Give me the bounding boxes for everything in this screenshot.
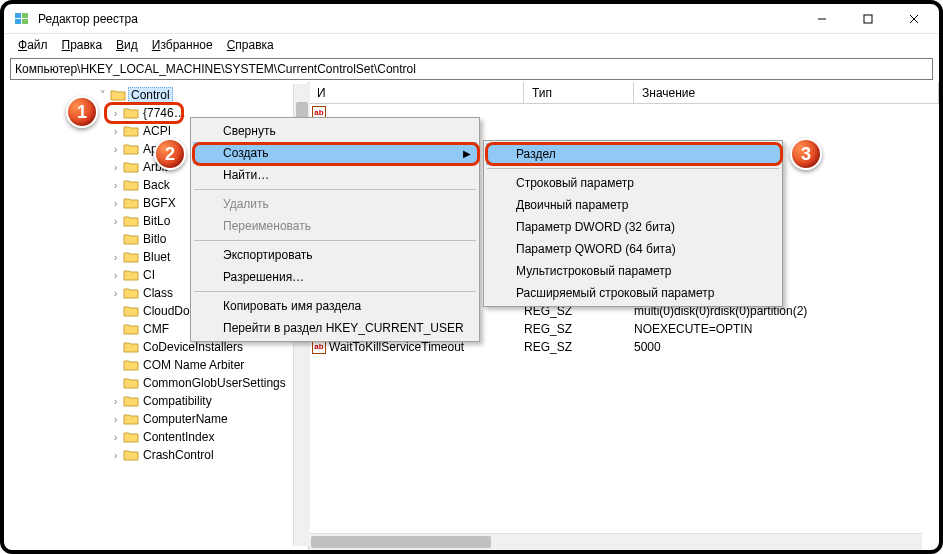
folder-icon (123, 250, 139, 264)
folder-icon (123, 340, 139, 354)
expand-icon[interactable]: ˅ (95, 89, 110, 102)
svg-rect-5 (864, 15, 872, 23)
tree-label: ComputerName (143, 412, 228, 426)
expand-icon[interactable]: › (108, 107, 123, 119)
cell-type: REG_SZ (524, 322, 634, 336)
menu-item-label: Найти… (223, 168, 269, 182)
list-header: И Тип Значение (309, 82, 939, 104)
menu-item[interactable]: Расширяемый строковый параметр (486, 282, 780, 304)
submenu-arrow-icon: ▶ (463, 148, 471, 159)
menu-item-label: Мультистроковый параметр (516, 264, 672, 278)
tree-label: COM Name Arbiter (143, 358, 244, 372)
scrollbar-thumb[interactable] (311, 536, 491, 548)
tree-row[interactable]: ˅Control (4, 86, 308, 104)
menu-item-label: Экспортировать (223, 248, 313, 262)
folder-icon (123, 142, 139, 156)
menu-item-label: Строковый параметр (516, 176, 634, 190)
svg-rect-1 (22, 13, 28, 18)
folder-icon (123, 268, 139, 282)
menu-item-label: Раздел (516, 147, 556, 161)
menu-item[interactable]: Разрешения… (193, 266, 477, 288)
tree-row[interactable]: COM Name Arbiter (4, 356, 308, 374)
folder-icon (123, 196, 139, 210)
minimize-button[interactable] (799, 4, 845, 34)
tree-row[interactable]: ›ComputerName (4, 410, 308, 428)
expand-icon[interactable]: › (108, 431, 123, 443)
expand-icon[interactable]: › (108, 269, 123, 281)
expand-icon[interactable]: › (108, 449, 123, 461)
cell-value: 5000 (634, 340, 939, 354)
tree-row[interactable]: CommonGlobUserSettings (4, 374, 308, 392)
menu-view[interactable]: Вид (110, 36, 144, 54)
folder-icon (123, 448, 139, 462)
tree-label: CrashControl (143, 448, 214, 462)
folder-icon (123, 232, 139, 246)
menu-favorites[interactable]: Избранное (146, 36, 219, 54)
menu-item[interactable]: Двоичный параметр (486, 194, 780, 216)
menu-file[interactable]: Файл (12, 36, 54, 54)
cell-name: WaitToKillServiceTimeout (329, 340, 524, 354)
menu-item[interactable]: Строковый параметр (486, 172, 780, 194)
menu-item[interactable]: Экспортировать (193, 244, 477, 266)
tree-label: Control (128, 87, 173, 103)
folder-icon (123, 160, 139, 174)
tree-label: CoDeviceInstallers (143, 340, 243, 354)
menu-item[interactable]: Параметр QWORD (64 бита) (486, 238, 780, 260)
menu-item: Удалить (193, 193, 477, 215)
address-bar[interactable]: Компьютер\HKEY_LOCAL_MACHINE\SYSTEM\Curr… (10, 58, 933, 80)
menu-item[interactable]: Мультистроковый параметр (486, 260, 780, 282)
expand-icon[interactable]: › (108, 143, 123, 155)
folder-icon (123, 430, 139, 444)
menu-edit[interactable]: Правка (56, 36, 109, 54)
menu-item[interactable]: Создать▶ (193, 142, 477, 164)
menu-item[interactable]: Найти… (193, 164, 477, 186)
tree-label: BitLo (143, 214, 170, 228)
cell-type: REG_SZ (524, 340, 634, 354)
tree-label: Compatibility (143, 394, 212, 408)
folder-icon (123, 214, 139, 228)
menu-item: Переименовать (193, 215, 477, 237)
menu-item[interactable]: Раздел (486, 143, 780, 165)
folder-icon (123, 358, 139, 372)
close-button[interactable] (891, 4, 937, 34)
expand-icon[interactable]: › (108, 197, 123, 209)
menu-item[interactable]: Свернуть (193, 120, 477, 142)
tree-label: ContentIndex (143, 430, 214, 444)
menu-item-label: Создать (223, 146, 269, 160)
folder-icon (123, 106, 139, 120)
tree-label: Bluet (143, 250, 170, 264)
menu-item-label: Переименовать (223, 219, 311, 233)
folder-icon (123, 412, 139, 426)
tree-row[interactable]: ›CrashControl (4, 446, 308, 464)
menu-item-label: Параметр QWORD (64 бита) (516, 242, 676, 256)
menu-item-label: Двоичный параметр (516, 198, 629, 212)
tree-label: CommonGlobUserSettings (143, 376, 286, 390)
cell-value: NOEXECUTE=OPTIN (634, 322, 939, 336)
menu-item[interactable]: Перейти в раздел HKEY_CURRENT_USER (193, 317, 477, 339)
menu-help[interactable]: Справка (221, 36, 280, 54)
tree-row[interactable]: ›ContentIndex (4, 428, 308, 446)
maximize-button[interactable] (845, 4, 891, 34)
callout-badge-2: 2 (154, 138, 186, 170)
col-name[interactable]: И (309, 82, 524, 103)
tree-label: CMF (143, 322, 169, 336)
folder-icon (110, 88, 126, 102)
tree-label: BGFX (143, 196, 176, 210)
tree-label: {7746… (143, 106, 186, 120)
menu-item[interactable]: Параметр DWORD (32 бита) (486, 216, 780, 238)
expand-icon[interactable]: › (108, 251, 123, 263)
expand-icon[interactable]: › (108, 125, 123, 137)
tree-row[interactable]: ›Compatibility (4, 392, 308, 410)
window-title: Редактор реестра (38, 12, 799, 26)
address-text: Компьютер\HKEY_LOCAL_MACHINE\SYSTEM\Curr… (15, 62, 416, 76)
menu-item[interactable]: Копировать имя раздела (193, 295, 477, 317)
expand-icon[interactable]: › (108, 161, 123, 173)
expand-icon[interactable]: › (108, 215, 123, 227)
expand-icon[interactable]: › (108, 287, 123, 299)
col-value[interactable]: Значение (634, 82, 939, 103)
expand-icon[interactable]: › (108, 413, 123, 425)
col-type[interactable]: Тип (524, 82, 634, 103)
expand-icon[interactable]: › (108, 179, 123, 191)
scrollbar-h[interactable] (309, 533, 922, 550)
expand-icon[interactable]: › (108, 395, 123, 407)
